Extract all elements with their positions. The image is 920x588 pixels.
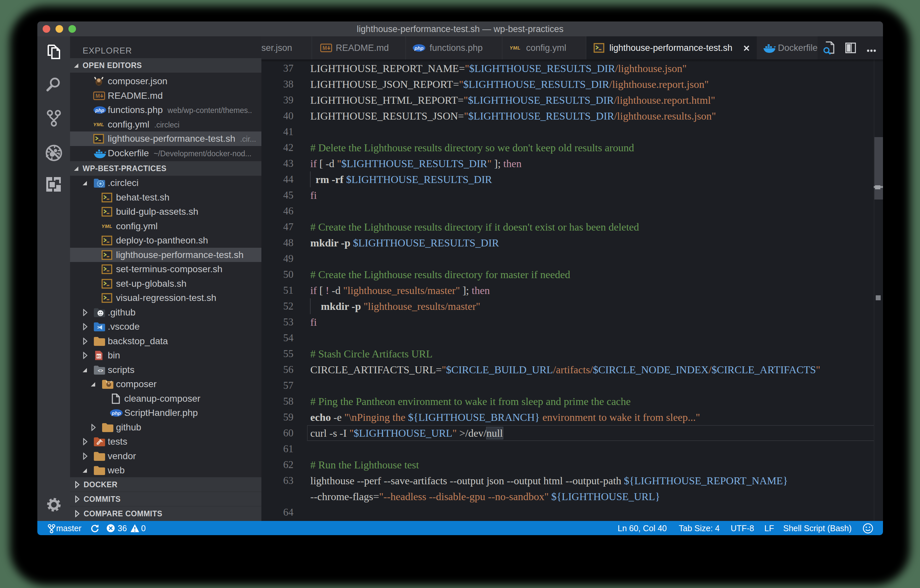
svg-text:php: php <box>111 410 121 416</box>
svg-text:M: M <box>96 93 100 99</box>
svg-text:php: php <box>95 107 104 113</box>
svg-text:01: 01 <box>97 354 101 359</box>
svg-text:php: php <box>414 45 424 51</box>
svg-text:<>: <> <box>98 368 103 373</box>
svg-text:M: M <box>322 45 327 51</box>
